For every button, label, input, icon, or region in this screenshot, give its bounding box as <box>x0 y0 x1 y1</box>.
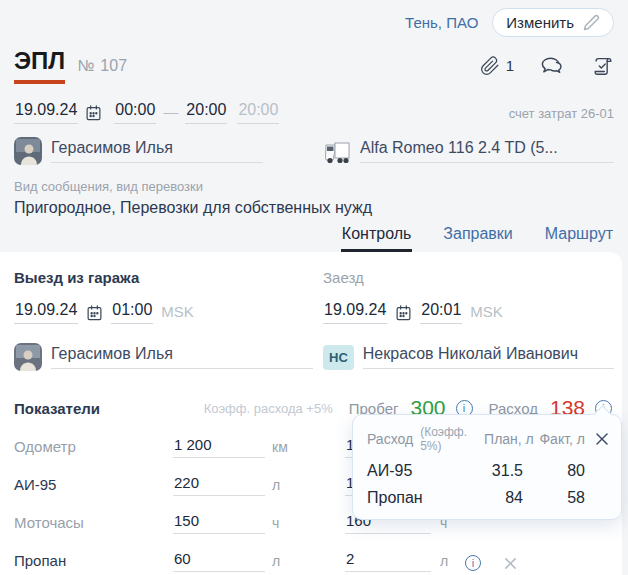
popup-col-fact: Факт, л <box>534 431 585 447</box>
arrival-timezone: MSK <box>470 303 503 324</box>
meter-label: АИ-95 <box>14 476 173 496</box>
arrival-title: Заезд <box>323 269 614 286</box>
time-range-dash: — <box>163 103 178 120</box>
page-title: ЭПЛ <box>14 47 65 84</box>
consumption-coeff-note: Коэфф. расхода +5% <box>204 401 333 416</box>
company-link[interactable]: Тень, ПАО <box>405 14 478 31</box>
edit-button[interactable]: Изменить <box>492 8 614 37</box>
departure-date-field[interactable]: 19.09.24 <box>14 301 78 324</box>
time-start-field[interactable]: 00:00 <box>114 101 156 124</box>
popup-row-propane: Пропан 84 58 <box>367 489 611 507</box>
driver-avatar <box>14 137 42 165</box>
meter-label: Моточасы <box>14 514 173 534</box>
comments-button[interactable] <box>540 55 565 77</box>
paperclip-icon <box>480 55 500 77</box>
document-number: № 107 <box>77 57 127 75</box>
meter-end-field[interactable]: 2 <box>345 550 431 572</box>
pencil-icon <box>583 14 600 31</box>
vehicle-image <box>323 137 351 165</box>
waybill-page: Тень, ПАО Изменить ЭПЛ № 107 1 <box>0 0 628 575</box>
calendar-icon[interactable] <box>395 304 412 324</box>
edit-button-label: Изменить <box>506 14 574 31</box>
calendar-icon[interactable] <box>86 304 103 324</box>
row-delete-icon[interactable] <box>504 557 517 572</box>
meter-start-unit: л <box>272 553 298 572</box>
attachments-count: 1 <box>506 57 514 74</box>
time-end-fact-field[interactable]: 20:00 <box>237 101 279 124</box>
waybill-date-field[interactable]: 19.09.24 <box>14 101 78 124</box>
meter-label: Одометр <box>14 438 173 458</box>
calendar-icon[interactable] <box>85 104 102 124</box>
meter-start-field[interactable]: 1 200 <box>173 436 265 458</box>
arrival-date-field[interactable]: 19.09.24 <box>323 301 387 324</box>
scroll-check-icon <box>591 55 614 77</box>
departure-timezone: MSK <box>161 303 194 324</box>
meter-start-unit: ч <box>272 515 298 534</box>
indicators-title: Показатели <box>14 400 100 417</box>
vehicle-field[interactable]: Alfa Romeo 116 2.4 TD (5... <box>360 139 614 163</box>
acts-button[interactable] <box>591 55 614 77</box>
attachments-button[interactable]: 1 <box>480 55 514 77</box>
meter-start-field[interactable]: 220 <box>173 474 265 496</box>
arrival-time-field[interactable]: 20:01 <box>420 301 462 324</box>
top-section: Тень, ПАО Изменить ЭПЛ № 107 1 <box>0 8 628 252</box>
control-driver-field[interactable]: Герасимов Илья <box>51 345 313 369</box>
meter-start-unit: км <box>272 439 298 458</box>
tab-route[interactable]: Маршрут <box>544 225 614 252</box>
cost-account-label: счет затрат 26-01 <box>509 106 614 124</box>
popup-col-consumption: Расход <box>367 431 413 447</box>
chat-bubbles-icon <box>540 55 565 77</box>
meter-row-propane: Пропан 60 л 2 л i <box>14 549 614 572</box>
departure-title: Выезд из гаража <box>14 269 323 286</box>
meter-label: Пропан <box>14 552 173 572</box>
consumption-popup: Расход (Коэфф. 5%) План, л Факт, л АИ-95… <box>352 414 622 520</box>
responsible-badge: НС <box>323 345 354 370</box>
meter-start-field[interactable]: 150 <box>173 512 265 534</box>
popup-close-icon[interactable] <box>593 430 611 448</box>
popup-col-plan: План, л <box>479 431 534 447</box>
driver-field[interactable]: Герасимов Илья <box>51 139 263 163</box>
meter-start-field[interactable]: 60 <box>173 550 265 572</box>
tab-refuels[interactable]: Заправки <box>442 225 513 252</box>
popup-col-coeff: (Коэфф. 5%) <box>420 425 479 453</box>
popup-row-ai95: АИ-95 31.5 80 <box>367 462 611 480</box>
responsible-field[interactable]: Некрасов Николай Иванович <box>363 345 614 369</box>
transport-type-label: Вид сообщения, вид перевозки <box>14 179 614 194</box>
departure-time-field[interactable]: 01:00 <box>111 301 153 324</box>
tab-control[interactable]: Контроль <box>341 225 413 252</box>
meter-end-unit: л <box>440 553 454 572</box>
transport-type-value[interactable]: Пригородное, Перевозки для собственных н… <box>14 199 614 217</box>
tab-bar: Контроль Заправки Маршрут <box>14 225 614 252</box>
meter-start-unit: л <box>272 477 298 496</box>
row-info-icon[interactable]: i <box>465 555 481 571</box>
time-end-field[interactable]: 20:00 <box>185 101 227 124</box>
driver-avatar <box>14 343 42 371</box>
